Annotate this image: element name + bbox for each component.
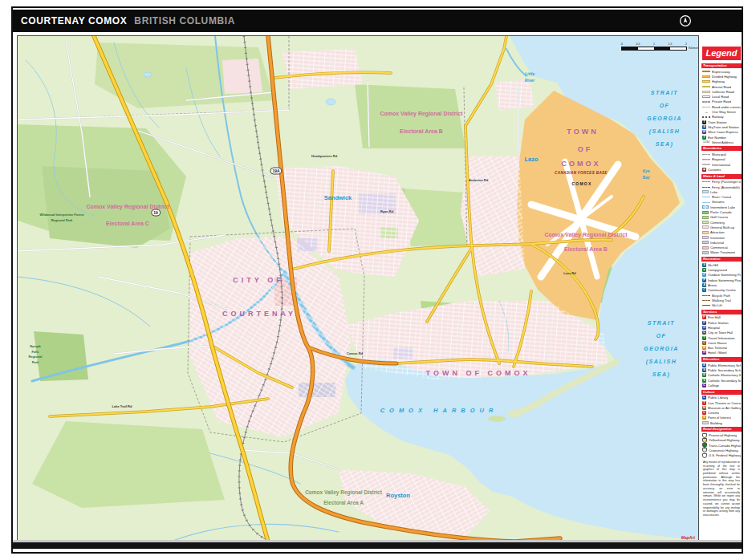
legend-item-label: Point of Interest bbox=[708, 416, 731, 420]
legend-item-label: Street Address bbox=[712, 140, 734, 144]
legend-swatch-icon bbox=[702, 205, 709, 209]
legend-swatch-icon: ◆ bbox=[702, 168, 706, 172]
legend-item: P Outdoor Swimming Pool bbox=[701, 273, 742, 278]
legend-item-label: Walking Trail bbox=[712, 298, 731, 302]
legend-swatch-icon bbox=[702, 221, 709, 224]
map-frame[interactable]: TOWNOFCOMOXCANADIAN FORCES BASECOMOXLazo… bbox=[17, 35, 699, 542]
legend-item-label: Institution bbox=[710, 236, 725, 240]
legend-item-label: Arena bbox=[708, 283, 717, 287]
legend-swatch-icon bbox=[702, 295, 710, 296]
legend-swatch-icon bbox=[702, 187, 710, 188]
legend-item-label: Local Road bbox=[712, 95, 729, 99]
legend-swatch-icon bbox=[702, 116, 710, 118]
legend-section-header: Culture bbox=[701, 390, 742, 395]
legend-section-header: Water & Land bbox=[701, 174, 742, 179]
legend-item: E Catholic Elementary School bbox=[701, 373, 742, 378]
legend-item-label: Expressway bbox=[712, 70, 730, 74]
legend-swatch-icon: S bbox=[702, 368, 706, 372]
legend-swatch-icon bbox=[702, 438, 707, 443]
map-title: COURTENAY COMOX bbox=[21, 15, 127, 26]
legend-item-label: Intermittent Lake bbox=[710, 205, 735, 209]
legend-swatch-icon: S bbox=[702, 125, 706, 129]
legend-item-label: City or Town Hall bbox=[708, 331, 733, 335]
legend-swatch-icon bbox=[702, 107, 710, 108]
legend-item-label: Private Road bbox=[712, 99, 731, 103]
legend-swatch-icon: 7 bbox=[702, 136, 706, 140]
legend-section-education: Education E Public Elementary School S P… bbox=[701, 357, 742, 388]
legend-item-label: Crowsnest Highway bbox=[709, 448, 738, 452]
legend-item: P Indoor Swimming Pool bbox=[701, 278, 742, 282]
legend-item-label: Municipal bbox=[712, 152, 726, 156]
map-canvas[interactable] bbox=[18, 36, 698, 542]
legend-swatch-icon bbox=[702, 300, 710, 301]
legend-swatch-icon: S bbox=[702, 263, 706, 267]
legend-swatch-icon: 1234 bbox=[702, 140, 710, 144]
legend-item-label: Catholic Secondary School bbox=[708, 379, 741, 383]
legend-item: Building bbox=[701, 420, 742, 425]
legend-item: W West Coast Express bbox=[701, 130, 742, 135]
legend-item-label: Ski Hill bbox=[708, 263, 718, 267]
legend-swatch-icon bbox=[702, 71, 710, 73]
legend-item-label: Indoor Swimming Pool bbox=[708, 278, 741, 282]
legend-swatch-icon bbox=[702, 231, 709, 234]
legend-item-label: Lake bbox=[710, 190, 717, 194]
legend-item-label: Attraction bbox=[710, 230, 725, 234]
legend-swatch-icon: A bbox=[702, 283, 706, 287]
legend-item: S Catholic Secondary School bbox=[701, 378, 742, 383]
legend-swatch-icon: F bbox=[702, 315, 706, 319]
legend-swatch-icon: E bbox=[702, 363, 706, 367]
legend-swatch-icon bbox=[702, 197, 710, 198]
legend-swatch-icon bbox=[702, 101, 710, 103]
legend-item: C College bbox=[701, 383, 742, 388]
legend-item: M Museum or Art Gallery bbox=[701, 405, 742, 410]
legend-swatch-icon bbox=[702, 154, 710, 155]
legend-item-label: College bbox=[708, 383, 719, 388]
legend-item-label: Customs bbox=[708, 168, 721, 172]
compass-icon bbox=[679, 14, 692, 27]
legend-section-header: Boundaries bbox=[701, 146, 742, 151]
legend-item-label: Highway bbox=[712, 79, 725, 83]
legend-item-label: Museum or Art Gallery bbox=[708, 406, 741, 410]
legend-section-recreation: Recreation S Ski Hill ▲ Campground P Out… bbox=[701, 257, 742, 308]
legend-item-label: Streams bbox=[712, 200, 725, 204]
legend-item-label: Parks Canada bbox=[710, 210, 732, 214]
legend-item-label: General Built-up bbox=[710, 225, 734, 229]
legend-section-boundaries: Boundaries Municipal Regional Internatio… bbox=[701, 146, 742, 172]
legend-swatch-icon: H bbox=[702, 326, 706, 330]
legend-item-label: Golf Course bbox=[710, 215, 728, 219]
legend-swatch-icon: C bbox=[702, 341, 706, 345]
legend-swatch-icon: ? bbox=[702, 336, 706, 340]
frame-bottom-band bbox=[13, 542, 742, 549]
legend-item-label: Regional bbox=[712, 157, 726, 161]
legend-item-label: Commercial bbox=[710, 246, 728, 250]
legend-swatch-icon bbox=[702, 421, 709, 424]
legend-swatch-icon bbox=[702, 164, 710, 165]
legend-swatch-icon: M bbox=[702, 406, 706, 410]
legend-item-label: Provincial Highway bbox=[709, 433, 737, 437]
legend-item-label: Outdoor Swimming Pool bbox=[708, 273, 741, 277]
legend-item-label: U.S. Federal Highway bbox=[709, 453, 741, 457]
legend-item-label: Train Station bbox=[708, 120, 727, 124]
legend-swatch-icon: P bbox=[702, 321, 706, 325]
legend-section-transportation: Transportation Expressway Divided Highwa… bbox=[701, 63, 742, 144]
legend-item: C Community Centre bbox=[701, 288, 742, 293]
legend-swatch-icon bbox=[702, 95, 710, 98]
legend-item-label: Court House bbox=[708, 341, 727, 345]
map-subtitle: BRITISH COLUMBIA bbox=[134, 15, 235, 26]
legend-swatch-icon bbox=[702, 433, 707, 438]
legend-swatch-icon bbox=[702, 75, 710, 78]
legend-item-label: Fire Hall bbox=[708, 315, 721, 319]
legend-item-label: Ferry (Automobile) bbox=[712, 185, 740, 189]
legend-item: Ski Lift bbox=[701, 302, 742, 307]
legend-section-water-land: Water & Land Ferry (Passenger only) Ferr… bbox=[701, 174, 742, 255]
legend-item-label: Hotel / Motel bbox=[708, 351, 727, 355]
legend-swatch-icon bbox=[702, 225, 709, 229]
legend-swatch-icon bbox=[702, 251, 709, 254]
legend-swatch-icon bbox=[702, 190, 709, 193]
legend-disclaimer: Any means of reproduction or re-writing … bbox=[703, 461, 740, 517]
legend-swatch-icon: T bbox=[702, 120, 706, 124]
legend-item: Water Treatment bbox=[701, 250, 742, 255]
legend-item-label: International bbox=[712, 163, 730, 167]
legend-item-label: Railway bbox=[712, 115, 724, 119]
legend-swatch-icon bbox=[702, 453, 707, 458]
